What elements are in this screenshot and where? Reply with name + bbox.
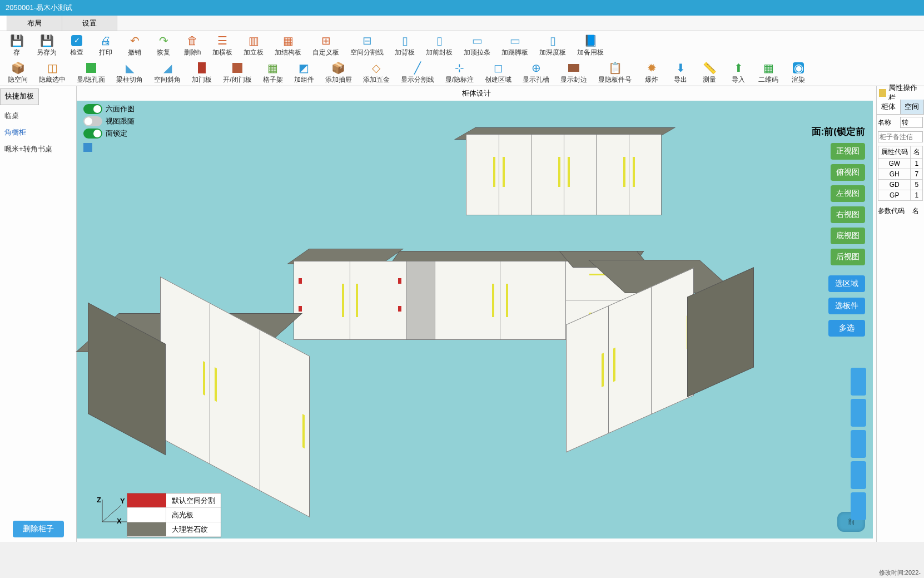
tool-measure[interactable]: 📏测量 (695, 62, 724, 85)
toggle-lock[interactable] (83, 129, 102, 139)
hidesel-icon: ◫ (44, 62, 60, 74)
material-legend: 默认空间分割 高光板 大理岩石纹 (127, 493, 221, 537)
note-input[interactable] (878, 131, 923, 142)
side-tab-3[interactable] (851, 430, 866, 458)
tool-redo[interactable]: ↷恢复 (149, 34, 178, 57)
btn-select-zone[interactable]: 选区域 (828, 275, 865, 292)
tool-showmark[interactable]: ⊹显/隐标注 (440, 62, 479, 85)
gw-val[interactable]: 1 (911, 159, 923, 169)
apps-icon[interactable] (83, 143, 92, 152)
tool-showpartno[interactable]: 📋显隐板件号 (593, 62, 637, 85)
properties-tab-cabinet[interactable]: 柜体 (877, 100, 901, 114)
left-item-2[interactable]: 角橱柜 (0, 124, 76, 141)
tool-addpart[interactable]: ◩加组件 (289, 62, 320, 85)
tool-explode[interactable]: ✹爆炸 (637, 62, 666, 85)
side-tab-2[interactable] (851, 399, 866, 427)
side-tab-4[interactable] (851, 461, 866, 489)
upper-cabinet[interactable] (466, 134, 662, 215)
side-tab-1[interactable] (851, 368, 866, 396)
beam-icon: ◣ (122, 62, 137, 74)
legend-row-1[interactable]: 默认空间分割 (127, 493, 221, 508)
btn-bottom-view[interactable]: 底视图 (831, 228, 865, 244)
tool-adddepth[interactable]: ▯加深度板 (534, 34, 572, 57)
toggle-sixface-label: 六面作图 (106, 104, 135, 114)
btn-multiselect[interactable]: 多选 (828, 320, 865, 337)
tool-check[interactable]: ✓检查 (62, 34, 91, 57)
left-tab-quick[interactable]: 快捷加板 (0, 88, 39, 105)
face-label: 面:前(锁定前 (812, 125, 865, 138)
tool-hidespace[interactable]: 📦隐空间 (2, 62, 33, 85)
gd-val[interactable]: 5 (911, 180, 923, 190)
btn-left-view[interactable]: 左视图 (831, 185, 865, 202)
toggle-follow[interactable] (83, 116, 102, 126)
gp-label: GP (878, 190, 911, 201)
btn-right-view[interactable]: 右视图 (831, 206, 865, 223)
render-icon: ◉ (791, 62, 806, 74)
btn-select-part[interactable]: 选板件 (828, 298, 865, 314)
main-container: 快捷加板 临桌 角橱柜 嗯米+转角书桌 删除柜子 柜体设计 六面作图 视图跟随 … (0, 86, 924, 542)
tool-createzone[interactable]: ◻创建区域 (479, 62, 517, 85)
tool-render[interactable]: ◉渲染 (784, 62, 813, 85)
struct-icon: ▦ (280, 34, 296, 47)
properties-panel: 属性操作栏 柜体 空间 名称 属性代码名 GW1 GH7 GD5 GP1 参数代… (876, 86, 924, 542)
tool-addfront[interactable]: ▯加前封板 (420, 34, 458, 57)
tool-showedge[interactable]: 显示封边 (555, 62, 593, 85)
toggle-follow-label: 视图跟随 (106, 116, 135, 126)
left-footer: 删除柜子 (0, 516, 76, 542)
tool-export[interactable]: ⬇导出 (666, 62, 695, 85)
tool-spaceangle[interactable]: ◢空间斜角 (148, 62, 186, 85)
tool-qr[interactable]: ▦二维码 (753, 62, 784, 85)
menu-tab-settings[interactable]: 设置 (62, 16, 117, 31)
tool-showsplit[interactable]: ╱显示分割线 (395, 62, 440, 85)
measure-icon: 📏 (702, 62, 717, 74)
tool-lattice[interactable]: ▦格子架 (257, 62, 289, 85)
status-time: 修改时间:2022- (878, 567, 922, 578)
tool-delete[interactable]: 🗑删除h (178, 34, 207, 57)
legend-row-2[interactable]: 高光板 (127, 508, 221, 522)
tool-split[interactable]: ⊟空间分割线 (345, 34, 389, 57)
cabinet-scene (77, 101, 873, 539)
hw-icon: ◇ (369, 62, 384, 74)
tool-print[interactable]: 🖨打印 (91, 34, 120, 57)
tool-showslot[interactable]: ⊕显示孔槽 (517, 62, 555, 85)
tool-beamcut[interactable]: ◣梁柱切角 (111, 62, 148, 85)
tool-addstruct[interactable]: ▦加结构板 (269, 34, 307, 57)
hole-icon (83, 62, 99, 74)
menu-tab-layout[interactable]: 布局 (7, 16, 62, 31)
tool-addtop[interactable]: ▭加顶拉条 (458, 34, 496, 57)
tool-showhole[interactable]: 显/隐孔面 (71, 62, 111, 85)
viewport-3d[interactable]: 六面作图 视图跟随 面锁定 面:前(锁定前 正视图 俯视图 左视图 右视图 底视… (77, 101, 873, 539)
toggle-sixface[interactable] (83, 104, 102, 114)
tool-addhw[interactable]: ◇添加五金 (357, 62, 395, 85)
left-item-1[interactable]: 临桌 (0, 107, 76, 124)
tool-addkick[interactable]: ▭加踢脚板 (496, 34, 534, 57)
tool-addback[interactable]: ▯加背板 (389, 34, 420, 57)
left-item-3[interactable]: 嗯米+转角书桌 (0, 141, 76, 157)
tool-addh[interactable]: ☰加横板 (207, 34, 238, 57)
btn-back-view[interactable]: 后视图 (831, 249, 865, 265)
delete-cabinet-button[interactable]: 删除柜子 (13, 521, 64, 537)
properties-tab-space[interactable]: 空间 (901, 100, 925, 114)
tool-addv[interactable]: ▥加立板 (238, 34, 269, 57)
tool-addspare[interactable]: 📘加备用板 (572, 34, 609, 57)
tool-save[interactable]: 💾存 (2, 34, 31, 57)
side-tab-5[interactable] (851, 492, 866, 520)
lattice-icon: ▦ (265, 62, 281, 74)
menu-tab-blank[interactable] (0, 16, 7, 31)
tool-undo[interactable]: ↶撤销 (120, 34, 149, 57)
tool-saveas[interactable]: 💾另存为 (31, 34, 62, 57)
legend-row-3[interactable]: 大理岩石纹 (127, 522, 221, 537)
left-panel: 快捷加板 临桌 角橱柜 嗯米+转角书桌 删除柜子 (0, 86, 77, 542)
btn-top-view[interactable]: 俯视图 (831, 164, 865, 181)
tool-opendoor[interactable]: 开/闭门板 (217, 62, 257, 85)
gh-val[interactable]: 7 (911, 169, 923, 180)
tool-custom[interactable]: ⊞自定义板 (307, 34, 345, 57)
vboard-icon: ▥ (246, 34, 261, 47)
tool-adddrawer[interactable]: 📦添加抽屉 (320, 62, 357, 85)
tool-hidesel[interactable]: ◫隐藏选中 (33, 62, 71, 85)
btn-front-view[interactable]: 正视图 (831, 143, 865, 160)
tool-import[interactable]: ⬆导入 (724, 62, 753, 85)
gp-val[interactable]: 1 (911, 190, 923, 201)
name-input[interactable] (900, 117, 923, 128)
tool-adddoor[interactable]: 加门板 (186, 62, 217, 85)
